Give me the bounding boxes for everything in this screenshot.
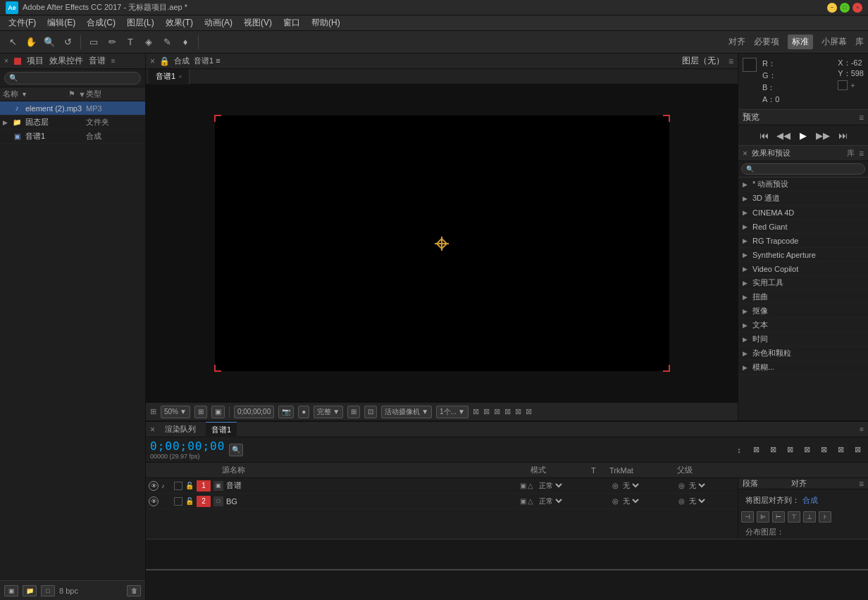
expand-solid[interactable]: ▶ xyxy=(3,119,11,126)
project-tab[interactable]: 项目 xyxy=(27,55,44,67)
maximize-button[interactable]: □ xyxy=(840,3,850,13)
viewer-fit-btn[interactable]: ⊞ xyxy=(194,406,207,418)
timeline-search-btn[interactable]: 🔍 xyxy=(229,444,243,456)
track2-lock-btn[interactable]: 🔓 xyxy=(185,497,194,505)
track2-switch-1[interactable]: ▣ xyxy=(520,497,526,505)
effects-panel-close[interactable]: × xyxy=(743,149,748,158)
effect-cat-3d[interactable]: ▶ 3D 通道 xyxy=(738,192,868,206)
menu-file[interactable]: 文件(F) xyxy=(3,15,42,31)
render-queue-tab[interactable]: 渲染队列 xyxy=(159,422,202,437)
tool-zoom[interactable]: 🔍 xyxy=(41,34,58,51)
standard-label[interactable]: 标准 xyxy=(788,35,813,49)
project-panel-close[interactable]: × xyxy=(4,57,8,65)
track1-lock-btn[interactable]: 🔓 xyxy=(185,482,194,489)
delete-btn[interactable]: 🗑 xyxy=(127,585,141,596)
menu-animation[interactable]: 动画(A) xyxy=(199,15,238,31)
project-search-input[interactable] xyxy=(20,74,136,82)
viewer-view-btn[interactable]: ⊞ xyxy=(347,406,360,418)
track1-audio-btn[interactable]: ♪ xyxy=(161,482,171,489)
track1-switch-1[interactable]: ▣ xyxy=(520,482,526,489)
prev-play-btn[interactable]: ▶ xyxy=(796,128,810,142)
align-hcenter-btn[interactable]: ⊫ xyxy=(757,511,769,523)
file-item-mp3[interactable]: ♪ element (2).mp3 MP3 xyxy=(0,101,145,115)
menu-window[interactable]: 窗口 xyxy=(278,15,306,31)
comp-tab-close[interactable]: × xyxy=(178,73,182,80)
align-right-btn[interactable]: ⊢ xyxy=(772,511,785,523)
effect-cat-utility[interactable]: ▶ 实用工具 xyxy=(738,276,868,290)
menu-edit[interactable]: 编辑(E) xyxy=(42,15,81,31)
new-comp-btn[interactable]: ▣ xyxy=(4,585,18,596)
prev-last-btn[interactable]: ⏭ xyxy=(836,128,850,142)
audio-tab[interactable]: 音谱 xyxy=(89,55,106,67)
viewer-ctrl-1[interactable]: ⊠ xyxy=(473,407,479,416)
track2-parent-icon[interactable]: ◎ xyxy=(678,497,685,505)
effects-controls-tab[interactable]: 效果控件 xyxy=(49,55,83,67)
track1-vis-btn[interactable]: 👁 xyxy=(149,481,159,491)
effect-cat-time[interactable]: ▶ 时间 xyxy=(738,332,868,346)
effects-menu-icon[interactable]: ≡ xyxy=(859,149,864,158)
viewer-menu[interactable]: ≡ xyxy=(728,56,733,66)
effect-cat-keying[interactable]: ▶ 抠像 xyxy=(738,304,868,318)
effect-cat-synthetic[interactable]: ▶ Synthetic Aperture xyxy=(738,248,868,262)
tool-puppet[interactable]: ♦ xyxy=(177,34,194,51)
render-queue-close[interactable]: × xyxy=(150,425,155,435)
effect-cat-rgtrapcode[interactable]: ▶ RG Trapcode xyxy=(738,234,868,248)
tool-paint[interactable]: ✎ xyxy=(159,34,175,51)
effect-cat-blur[interactable]: ▶ 模糊... xyxy=(738,361,868,375)
align-left-btn[interactable]: ⊣ xyxy=(741,511,754,523)
tl-ctrl-2[interactable]: ⊠ xyxy=(750,444,762,456)
effect-cat-videocopilot[interactable]: ▶ Video Copilot xyxy=(738,262,868,276)
tool-pen[interactable]: ✏ xyxy=(104,34,120,51)
prev-first-btn[interactable]: ⏮ xyxy=(757,128,771,142)
comp-tab-audio[interactable]: 音谱1 × xyxy=(149,69,190,85)
track1-parent-select[interactable]: 无 xyxy=(686,481,707,490)
preview-header[interactable]: 预览 ≡ xyxy=(738,110,868,125)
effect-cat-noise[interactable]: ▶ 杂色和颗粒 xyxy=(738,346,868,361)
tl-ctrl-1[interactable]: ↕ xyxy=(733,444,745,456)
viewer-timecode[interactable]: 0;00;00;00 xyxy=(234,406,274,418)
menu-help[interactable]: 帮助(H) xyxy=(306,15,346,31)
effect-cat-redgiant[interactable]: ▶ Red Giant xyxy=(738,220,868,234)
prev-back-btn[interactable]: ◀◀ xyxy=(776,128,790,142)
tl-ctrl-3[interactable]: ⊠ xyxy=(767,444,779,456)
menu-effects[interactable]: 效果(T) xyxy=(160,15,199,31)
effects-search-wrap[interactable]: 🔍 xyxy=(741,163,865,175)
track2-trkmat-select[interactable]: 无 xyxy=(620,496,641,506)
track1-mode-select[interactable]: 正常 xyxy=(536,481,564,490)
project-search-wrap[interactable]: 🔍 xyxy=(4,72,141,85)
menu-layer[interactable]: 图层(L) xyxy=(121,15,160,31)
preview-menu-icon[interactable]: ≡ xyxy=(859,113,864,123)
track2-switch-2[interactable]: △ xyxy=(528,497,533,505)
timeline-menu-icon[interactable]: ≡ xyxy=(860,425,864,433)
viewer-snap-icon[interactable]: ⊞ xyxy=(150,407,156,416)
close-button[interactable]: × xyxy=(852,3,862,13)
track1-switch-2[interactable]: △ xyxy=(528,482,533,489)
viewer-snap-btn[interactable]: 📷 xyxy=(278,406,294,418)
tl-ctrl-7[interactable]: ⊠ xyxy=(834,444,847,456)
viewer-camera-btn[interactable]: 活动摄像机 ▼ xyxy=(381,406,432,418)
viewer-3d-btn[interactable]: ⊡ xyxy=(364,406,377,418)
tool-select[interactable]: ↖ xyxy=(4,34,21,51)
tool-clone[interactable]: ◈ xyxy=(140,34,157,51)
align-top-btn[interactable]: ⊤ xyxy=(788,511,800,523)
viewer-color-btn[interactable]: ● xyxy=(298,406,309,418)
track2-parent-select[interactable]: 无 xyxy=(686,496,707,506)
viewer-pixel-btn[interactable]: ▣ xyxy=(211,406,225,418)
viewer-tab-name[interactable]: 音谱1 ≡ xyxy=(194,56,221,66)
align-vcenter-btn[interactable]: ⊥ xyxy=(803,511,816,523)
timecode-main[interactable]: 0;00;00;00 xyxy=(150,439,225,453)
menu-compose[interactable]: 合成(C) xyxy=(81,15,121,31)
tl-ctrl-6[interactable]: ⊠ xyxy=(817,444,830,456)
viewer-close[interactable]: × xyxy=(150,56,155,66)
tool-mask[interactable]: ▭ xyxy=(85,34,102,51)
track2-mode-select[interactable]: 正常 xyxy=(536,496,564,506)
new-folder-btn[interactable]: 📁 xyxy=(23,585,37,596)
menu-view[interactable]: 视图(V) xyxy=(238,15,278,31)
tl-align-tab[interactable]: 段落 xyxy=(743,478,787,489)
viewer-lock-icon[interactable]: 🔒 xyxy=(159,56,170,66)
col-name-header[interactable]: 名称 ▼ ⚑ ▼ xyxy=(3,89,86,99)
track1-trkmat-icon[interactable]: ◎ xyxy=(612,482,619,489)
tl-ctrl-4[interactable]: ⊠ xyxy=(783,444,796,456)
tool-hand[interactable]: ✋ xyxy=(23,34,39,51)
effect-cat-animation[interactable]: ▶ * 动画预设 xyxy=(738,177,868,192)
